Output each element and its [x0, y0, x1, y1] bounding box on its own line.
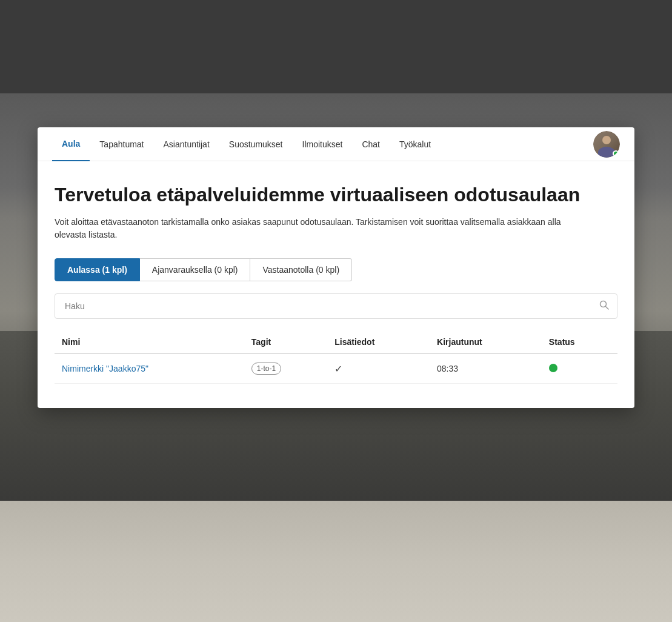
nav-item-tapahtumat[interactable]: Tapahtumat	[90, 127, 153, 161]
patients-table: Nimi Tagit Lisätiedot Kirjautunut Status…	[55, 331, 617, 384]
nav-item-tyokalut[interactable]: Työkalut	[390, 127, 441, 161]
table-header-row: Nimi Tagit Lisätiedot Kirjautunut Status	[55, 331, 617, 353]
search-icon	[599, 300, 609, 312]
nav-item-ilmoitukset[interactable]: Ilmoitukset	[293, 127, 353, 161]
col-header-tagit: Tagit	[244, 331, 327, 353]
check-icon: ✓	[334, 364, 342, 374]
col-header-nimi: Nimi	[55, 331, 244, 353]
col-header-status: Status	[542, 331, 617, 353]
col-header-lisatiedot: Lisätiedot	[327, 331, 430, 353]
nav-item-aula[interactable]: Aula	[52, 127, 90, 161]
main-modal: Aula Tapahtumat Asiantuntijat Suostumuks…	[38, 127, 634, 408]
cell-nimi: Nimimerkki "Jaakko75"	[55, 353, 244, 384]
cell-status	[542, 353, 617, 384]
search-input[interactable]	[55, 293, 617, 319]
filter-tabs: Aulassa (1 kpl) Ajanvarauksella (0 kpl) …	[55, 258, 617, 281]
nav-item-suostumukset[interactable]: Suostumukset	[219, 127, 293, 161]
cell-lisatiedot: ✓	[327, 353, 430, 384]
cell-kirjautunut: 08:33	[430, 353, 542, 384]
status-indicator-online	[549, 364, 557, 372]
nav-item-asiantuntijat[interactable]: Asiantuntijat	[154, 127, 219, 161]
col-header-kirjautunut: Kirjautunut	[430, 331, 542, 353]
cell-tagit: 1-to-1	[244, 353, 327, 384]
tag-badge: 1-to-1	[251, 363, 281, 375]
filter-tab-vastaanotolla[interactable]: Vastaanotolla (0 kpl)	[250, 258, 352, 281]
nav-item-chat[interactable]: Chat	[352, 127, 390, 161]
user-avatar[interactable]	[593, 131, 620, 158]
patient-name-link[interactable]: Nimimerkki "Jaakko75"	[62, 364, 148, 373]
filter-tab-aulassa[interactable]: Aulassa (1 kpl)	[55, 258, 140, 281]
filter-tab-ajanvarauksella[interactable]: Ajanvarauksella (0 kpl)	[140, 258, 251, 281]
avatar-online-indicator	[613, 150, 619, 157]
background-floor	[0, 501, 672, 622]
main-content: Tervetuloa etäpalveluidemme virtuaalisee…	[38, 161, 634, 408]
svg-line-1	[606, 307, 609, 310]
table-row: Nimimerkki "Jaakko75" 1-to-1 ✓ 08:33	[55, 353, 617, 384]
nav-bar: Aula Tapahtumat Asiantuntijat Suostumuks…	[38, 127, 634, 161]
page-title: Tervetuloa etäpalveluidemme virtuaalisee…	[55, 183, 617, 206]
page-subtitle: Voit aloittaa etävastaanoton tarkistamal…	[55, 216, 576, 241]
search-container	[55, 293, 617, 319]
